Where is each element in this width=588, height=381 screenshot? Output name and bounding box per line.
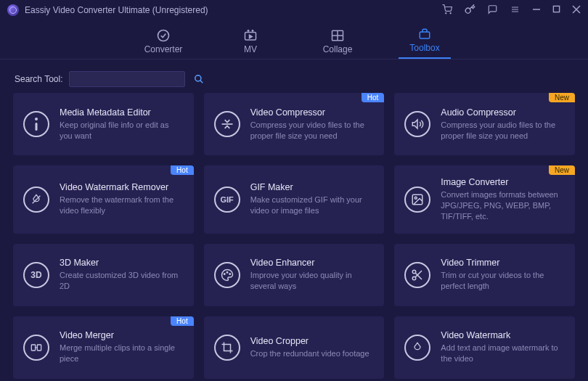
tool-desc: Compress your video files to the proper …: [250, 120, 375, 142]
converter-icon: [155, 29, 171, 42]
tool-audio-compressor[interactable]: New Audio Compressor Compress your audio…: [394, 93, 575, 155]
toolbox-icon: [417, 28, 433, 41]
scissors-icon: [404, 262, 430, 288]
new-badge: New: [549, 93, 575, 102]
tab-toolbox[interactable]: Toolbox: [399, 28, 451, 59]
tab-mv[interactable]: MV: [224, 29, 277, 59]
svg-point-27: [229, 273, 231, 274]
search-bar: Search Tool:: [0, 60, 588, 93]
tool-title: Video Compressor: [250, 107, 375, 118]
svg-rect-16: [420, 32, 430, 38]
tool-title: GIF Maker: [250, 182, 375, 192]
svg-point-25: [224, 273, 225, 274]
merge-icon: [23, 335, 49, 361]
tool-title: Audio Compressor: [441, 107, 565, 118]
svg-point-0: [446, 12, 446, 13]
tool-desc: Create customized 3D video from 2D: [60, 270, 184, 292]
tool-title: Video Cropper: [250, 336, 375, 346]
tool-desc: Convert images formats between JPG/JPEG,…: [441, 189, 565, 222]
titlebar-actions: [441, 4, 581, 17]
tool-video-cropper[interactable]: Video Cropper Crop the redundant video f…: [204, 316, 385, 379]
titlebar: Eassiy Video Converter Ultimate (Unregis…: [0, 0, 588, 20]
tool-desc: Merge multiple clips into a single piece: [60, 343, 184, 364]
tab-label: Converter: [144, 44, 183, 54]
mv-icon: [242, 29, 258, 42]
audio-icon: [404, 111, 430, 137]
hot-badge: Hot: [362, 93, 385, 102]
hot-badge: Hot: [171, 165, 194, 175]
svg-point-9: [158, 30, 169, 41]
tool-video-merger[interactable]: Hot Video Merger Merge multiple clips in…: [13, 316, 194, 379]
menu-icon[interactable]: [510, 5, 520, 16]
svg-point-1: [450, 12, 451, 13]
tool-video-compressor[interactable]: Hot Video Compressor Compress your video…: [204, 93, 385, 155]
palette-icon: [214, 262, 240, 288]
svg-rect-20: [36, 123, 38, 131]
tool-title: Video Trimmer: [441, 258, 565, 268]
tool-title: 3D Maker: [60, 258, 184, 268]
tool-video-watermark[interactable]: Video Watermark Add text and image water…: [394, 316, 575, 379]
svg-rect-6: [553, 6, 559, 12]
tab-collage[interactable]: Collage: [311, 29, 364, 59]
tool-media-metadata-editor[interactable]: Media Metadata Editor Keep original file…: [13, 93, 194, 155]
app-logo-icon: [7, 4, 19, 16]
search-label: Search Tool:: [15, 74, 63, 84]
tool-title: Video Watermark: [441, 330, 565, 340]
3d-icon: 3D: [23, 262, 49, 288]
svg-point-24: [415, 197, 417, 199]
tool-title: Video Merger: [60, 330, 184, 340]
tool-gif-maker[interactable]: GIF GIF Maker Make customized GIF with y…: [204, 165, 385, 234]
tool-desc: Add text and image watermark to the vide…: [441, 343, 565, 364]
maximize-button[interactable]: [552, 5, 560, 15]
hot-badge: Hot: [171, 316, 194, 326]
app-title: Eassiy Video Converter Ultimate (Unregis…: [25, 5, 441, 15]
feedback-icon[interactable]: [487, 4, 498, 17]
tab-label: MV: [244, 44, 257, 54]
tool-desc: Remove the watermark from the video flex…: [60, 194, 184, 216]
watermark-icon: [404, 335, 430, 361]
key-icon[interactable]: [465, 4, 475, 17]
svg-point-26: [226, 271, 228, 273]
close-button[interactable]: [572, 5, 581, 16]
drop-icon: [23, 187, 49, 213]
tool-desc: Crop the redundant video footage: [250, 348, 375, 359]
cart-icon[interactable]: [441, 4, 453, 17]
tool-desc: Keep original file info or edit as you w…: [60, 120, 184, 142]
search-button[interactable]: [191, 71, 207, 87]
tools-grid: Media Metadata Editor Keep original file…: [13, 93, 575, 379]
tool-title: Image Converter: [441, 177, 565, 187]
tab-converter[interactable]: Converter: [137, 29, 189, 59]
image-icon: [404, 187, 430, 213]
info-icon: [23, 111, 49, 137]
svg-rect-33: [37, 345, 41, 351]
gif-icon: GIF: [214, 187, 240, 213]
tool-desc: Improve your video quality in several wa…: [250, 270, 375, 292]
tool-video-enhancer[interactable]: Video Enhancer Improve your video qualit…: [204, 244, 385, 306]
compress-icon: [214, 111, 240, 137]
collage-icon: [330, 29, 346, 42]
tool-3d-maker[interactable]: 3D 3D Maker Create customized 3D video f…: [13, 244, 194, 306]
tab-label: Collage: [323, 44, 353, 54]
tool-desc: Compress your audio files to the proper …: [441, 120, 565, 142]
tool-image-converter[interactable]: New Image Converter Convert images forma…: [394, 165, 575, 234]
tool-title: Media Metadata Editor: [60, 107, 184, 118]
svg-line-18: [200, 81, 203, 83]
search-input[interactable]: [69, 71, 185, 87]
svg-point-17: [195, 75, 200, 81]
tool-desc: Make customized GIF with your video or i…: [250, 194, 375, 216]
tab-label: Toolbox: [409, 43, 439, 53]
svg-point-19: [35, 118, 38, 120]
svg-point-29: [413, 276, 417, 280]
tool-video-trimmer[interactable]: Video Trimmer Trim or cut your videos to…: [394, 244, 575, 306]
minimize-button[interactable]: [532, 5, 541, 16]
new-badge: New: [549, 165, 575, 175]
tool-title: Video Watermark Remover: [60, 182, 184, 192]
svg-point-28: [413, 270, 417, 274]
crop-icon: [214, 335, 240, 361]
tool-desc: Trim or cut your videos to the perfect l…: [441, 270, 565, 292]
tool-video-watermark-remover[interactable]: Hot Video Watermark Remover Remove the w…: [13, 165, 194, 234]
svg-point-11: [248, 30, 249, 32]
svg-rect-32: [31, 345, 35, 351]
tool-title: Video Enhancer: [250, 258, 375, 268]
tools-scroll[interactable]: Media Metadata Editor Keep original file…: [0, 93, 588, 381]
